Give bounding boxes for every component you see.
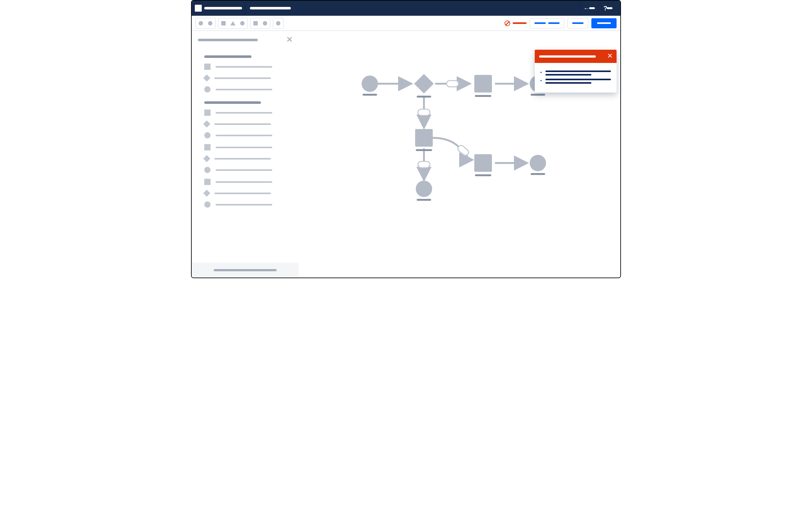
toolbar-group-1 bbox=[196, 18, 216, 29]
palette-item[interactable] bbox=[204, 64, 291, 70]
popover-error-text bbox=[545, 79, 611, 80]
svg-rect-13 bbox=[417, 96, 431, 97]
workflow-canvas[interactable] bbox=[299, 31, 620, 277]
palette-item[interactable] bbox=[204, 179, 291, 185]
popover-error-item[interactable] bbox=[540, 79, 611, 84]
popover-close-button[interactable] bbox=[608, 54, 612, 59]
side-panel-footer-label bbox=[214, 269, 277, 271]
svg-rect-23 bbox=[530, 173, 545, 175]
palette-item[interactable] bbox=[204, 109, 291, 116]
popover-title bbox=[539, 55, 596, 58]
toolbar-shape-circle[interactable] bbox=[274, 19, 282, 28]
toolbar-primary-label bbox=[597, 22, 611, 24]
popover-header bbox=[535, 50, 616, 63]
context-title bbox=[250, 7, 291, 10]
svg-point-24 bbox=[416, 181, 432, 197]
toolbar-link-b bbox=[548, 22, 560, 24]
svg-rect-21 bbox=[475, 174, 491, 176]
toolbar-shape-circle[interactable] bbox=[238, 19, 247, 28]
close-icon bbox=[608, 54, 612, 58]
palette-item-label bbox=[216, 181, 272, 183]
toolbar-shape-triangle[interactable] bbox=[229, 19, 237, 28]
circle-icon bbox=[204, 167, 211, 173]
toolbar-group-4 bbox=[273, 18, 284, 29]
diamond-icon bbox=[203, 190, 211, 197]
palette-item-label bbox=[216, 66, 272, 68]
validation-status[interactable] bbox=[505, 20, 526, 26]
nav-divider bbox=[245, 1, 245, 16]
palette-item-label bbox=[216, 147, 272, 148]
bullet-icon bbox=[540, 72, 542, 73]
svg-rect-12 bbox=[414, 74, 434, 93]
toolbar-link-group[interactable] bbox=[530, 18, 564, 28]
palette-item-label bbox=[216, 89, 272, 90]
back-button[interactable]: ← bbox=[579, 1, 598, 16]
toolbar-shape-circle[interactable] bbox=[197, 19, 205, 28]
help-label bbox=[607, 7, 612, 9]
app-logo-icon[interactable] bbox=[195, 5, 202, 12]
close-icon bbox=[287, 36, 292, 42]
square-icon bbox=[204, 144, 211, 150]
toolbar-link-a bbox=[535, 22, 546, 24]
error-icon bbox=[505, 20, 510, 26]
svg-rect-17 bbox=[530, 94, 545, 96]
palette-item[interactable] bbox=[204, 144, 291, 150]
square-icon bbox=[204, 109, 211, 116]
validation-label bbox=[513, 22, 526, 24]
palette-item[interactable] bbox=[204, 122, 291, 126]
palette-item[interactable] bbox=[204, 75, 291, 80]
palette-item-label bbox=[216, 169, 272, 171]
svg-rect-25 bbox=[417, 199, 431, 201]
side-panel bbox=[192, 31, 299, 277]
palette-item[interactable] bbox=[204, 191, 291, 196]
palette-item[interactable] bbox=[204, 86, 291, 92]
side-panel-footer[interactable] bbox=[192, 263, 299, 277]
palette-item[interactable] bbox=[204, 201, 291, 208]
toolbar-shape-circle[interactable] bbox=[261, 19, 269, 28]
diamond-icon bbox=[203, 75, 211, 82]
toolbar bbox=[192, 16, 620, 31]
top-nav: ← ? bbox=[192, 1, 620, 16]
palette-item-label bbox=[216, 135, 272, 136]
toolbar-shape-square[interactable] bbox=[251, 19, 260, 28]
palette-item[interactable] bbox=[204, 132, 291, 139]
palette-item-label bbox=[214, 77, 271, 79]
side-panel-close-button[interactable] bbox=[287, 36, 292, 43]
circle-icon bbox=[204, 201, 211, 208]
toolbar-shape-square[interactable] bbox=[219, 19, 228, 28]
palette-item[interactable] bbox=[204, 167, 291, 173]
popover-body bbox=[535, 63, 616, 92]
svg-rect-19 bbox=[416, 149, 432, 151]
back-arrow-icon: ← bbox=[583, 5, 590, 12]
svg-rect-9 bbox=[457, 144, 470, 157]
palette-item[interactable] bbox=[204, 156, 291, 161]
svg-rect-15 bbox=[475, 95, 491, 97]
toolbar-primary-button[interactable] bbox=[591, 18, 616, 28]
palette-item-label bbox=[214, 123, 271, 125]
square-icon bbox=[204, 179, 211, 185]
square-icon bbox=[204, 64, 211, 70]
svg-rect-8 bbox=[418, 161, 430, 168]
side-section-title bbox=[204, 101, 261, 104]
toolbar-secondary-button[interactable] bbox=[567, 18, 588, 28]
app-frame: ← ? bbox=[191, 0, 621, 278]
palette-item-label bbox=[214, 193, 271, 194]
palette-item-label bbox=[214, 158, 271, 160]
palette-item-label bbox=[216, 112, 272, 114]
svg-rect-18 bbox=[415, 129, 433, 147]
back-label bbox=[589, 7, 595, 9]
toolbar-group-3 bbox=[250, 18, 270, 29]
side-panel-body bbox=[192, 47, 299, 263]
side-panel-title bbox=[198, 39, 258, 41]
toolbar-shape-circle[interactable] bbox=[206, 19, 214, 28]
app-title bbox=[204, 7, 242, 10]
svg-point-22 bbox=[530, 155, 546, 171]
svg-rect-7 bbox=[418, 109, 430, 115]
popover-error-item[interactable] bbox=[540, 71, 611, 75]
help-button[interactable]: ? bbox=[598, 1, 617, 16]
palette-item-label bbox=[216, 204, 272, 205]
diamond-icon bbox=[203, 155, 211, 162]
bullet-icon bbox=[540, 80, 542, 81]
circle-icon bbox=[204, 86, 211, 92]
validation-error-popover bbox=[535, 50, 616, 92]
